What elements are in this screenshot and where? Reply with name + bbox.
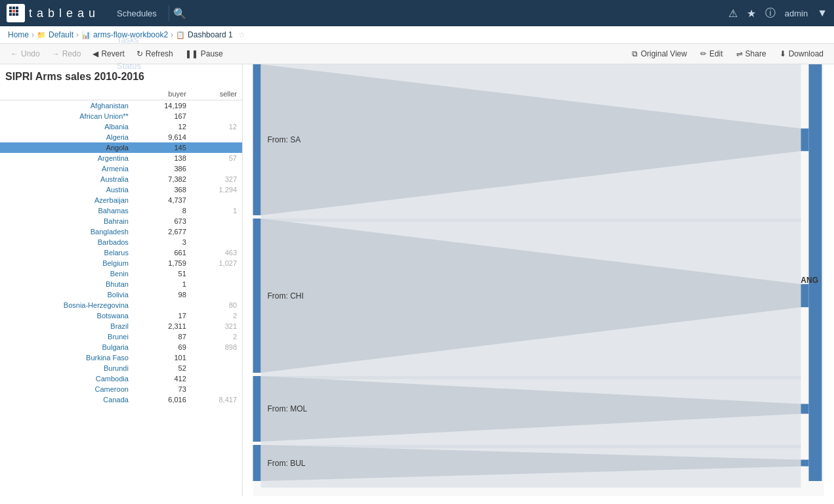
table-row[interactable]: African Union**167 (0, 111, 242, 121)
buyer-cell: 2,311 (134, 321, 192, 331)
table-row[interactable]: Brunei872 (0, 331, 242, 342)
workbook-icon: 📊 (81, 31, 91, 39)
table-row[interactable]: Bhutan1 (0, 279, 242, 289)
table-row[interactable]: Bulgaria69898 (0, 342, 242, 352)
left-panel: SIPRI Arms sales 2010-2016 buyer seller … (0, 64, 243, 496)
seller-cell (192, 216, 242, 226)
country-cell: Afghanistan (0, 100, 134, 112)
favorite-icon[interactable]: ☆ (238, 30, 245, 39)
revert-icon: ◀ (93, 49, 98, 58)
table-row[interactable]: Barbados3 (0, 237, 242, 247)
table-row[interactable]: Armenia386 (0, 163, 242, 174)
user-menu[interactable]: admin (785, 9, 808, 18)
country-cell: Benin (0, 268, 134, 279)
redo-button[interactable]: → Redo (47, 47, 87, 61)
table-row[interactable]: Canada6,0168,417 (0, 394, 242, 405)
table-row[interactable]: Benin51 (0, 268, 242, 279)
info-icon[interactable]: ⓘ (765, 7, 776, 20)
original-view-button[interactable]: ⧉ Original View (627, 47, 692, 61)
breadcrumb-current: Dashboard 1 (188, 30, 233, 39)
pause-button[interactable]: ❚❚ Pause (180, 47, 228, 61)
svg-rect-0 (9, 7, 12, 9)
seller-cell (192, 226, 242, 237)
col-header-buyer: buyer (134, 88, 192, 100)
buyer-cell: 14,199 (134, 100, 192, 112)
breadcrumb-home[interactable]: Home (8, 30, 29, 39)
table-row[interactable]: Bahamas81 (0, 205, 242, 216)
table-row[interactable]: Bosnia-Herzegovina80 (0, 300, 242, 310)
breadcrumb-default[interactable]: Default (49, 30, 73, 39)
svg-text:From: SA: From: SA (268, 135, 301, 144)
country-cell: Azerbaijan (0, 195, 134, 205)
undo-button[interactable]: ← Undo (5, 47, 45, 61)
edit-button[interactable]: ✏ Edit (695, 47, 728, 61)
svg-rect-2 (16, 7, 18, 9)
country-cell: Botswana (0, 310, 134, 321)
country-cell: Brazil (0, 321, 134, 331)
download-button[interactable]: ⬇ Download (774, 47, 829, 61)
destination-label: ANG (801, 276, 818, 285)
country-cell: Angola (0, 142, 134, 153)
sankey-container: From: SAFrom: CHIFrom: MOLFrom: BUL ANG (243, 64, 834, 496)
table-row[interactable]: Burkina Faso101 (0, 352, 242, 363)
buyer-cell: 4,737 (134, 195, 192, 205)
seller-cell: 321 (192, 321, 242, 331)
table-row[interactable]: Algeria9,614 (0, 132, 242, 142)
toolbar-left: ← Undo → Redo ◀ Revert ↻ Refresh ❚❚ Paus… (5, 47, 228, 61)
share-button[interactable]: ⇌ Share (731, 47, 772, 61)
breadcrumb-workbook[interactable]: arms-flow-workbook2 (93, 30, 168, 39)
table-row[interactable]: Brazil2,311321 (0, 321, 242, 331)
buyer-cell: 101 (134, 352, 192, 363)
buyer-cell: 3 (134, 237, 192, 247)
buyer-cell: 52 (134, 363, 192, 373)
country-cell: Cambodia (0, 373, 134, 384)
table-row[interactable]: Azerbaijan4,737 (0, 195, 242, 205)
table-row[interactable]: Argentina13857 (0, 153, 242, 163)
toolbar-right: ⧉ Original View ✏ Edit ⇌ Share ⬇ Downloa… (627, 47, 829, 61)
seller-cell (192, 195, 242, 205)
buyer-cell: 73 (134, 384, 192, 394)
user-dropdown-icon[interactable]: ▼ (817, 7, 827, 19)
buyer-cell: 145 (134, 142, 192, 153)
seller-cell (192, 111, 242, 121)
table-row[interactable]: Belgium1,7591,027 (0, 258, 242, 268)
table-row[interactable]: Cameroon73 (0, 384, 242, 394)
seller-cell (192, 100, 242, 112)
buyer-cell: 1,759 (134, 258, 192, 268)
table-row[interactable]: Albania1212 (0, 121, 242, 132)
table-row[interactable]: Bahrain673 (0, 216, 242, 226)
buyer-cell (134, 300, 192, 310)
table-row[interactable]: Cambodia412 (0, 373, 242, 384)
seller-cell (192, 132, 242, 142)
country-cell: Canada (0, 394, 134, 405)
table-row[interactable]: Belarus661463 (0, 247, 242, 258)
star-icon[interactable]: ★ (747, 7, 756, 20)
country-cell: Algeria (0, 132, 134, 142)
table-row[interactable]: Bangladesh2,677 (0, 226, 242, 237)
table-row[interactable]: Austria3681,294 (0, 184, 242, 195)
seller-cell (192, 268, 242, 279)
buyer-cell: 8 (134, 205, 192, 216)
alert-icon[interactable]: ⚠ (728, 7, 738, 20)
revert-button[interactable]: ◀ Revert (87, 47, 129, 61)
refresh-button[interactable]: ↻ Refresh (131, 47, 178, 61)
share-icon: ⇌ (736, 49, 743, 58)
table-row[interactable]: Angola145 (0, 142, 242, 153)
table-row[interactable]: Burundi52 (0, 363, 242, 373)
svg-text:From: BUL: From: BUL (268, 459, 306, 468)
country-cell: Brunei (0, 331, 134, 342)
col-header-seller: seller (192, 88, 242, 100)
table-row[interactable]: Australia7,382327 (0, 174, 242, 184)
table-row[interactable]: Afghanistan14,199 (0, 100, 242, 112)
country-cell: Austria (0, 184, 134, 195)
nav-right: ⚠ ★ ⓘ admin ▼ (728, 7, 827, 20)
table-row[interactable]: Botswana172 (0, 310, 242, 321)
nav-item-schedules[interactable]: Schedules (109, 0, 165, 26)
search-icon[interactable]: 🔍 (173, 7, 186, 20)
country-cell: Bangladesh (0, 226, 134, 237)
table-row[interactable]: Bolivia98 (0, 289, 242, 300)
seller-cell (192, 384, 242, 394)
buyer-cell: 9,614 (134, 132, 192, 142)
buyer-cell: 98 (134, 289, 192, 300)
right-panel: From: SAFrom: CHIFrom: MOLFrom: BUL ANG (243, 64, 834, 496)
